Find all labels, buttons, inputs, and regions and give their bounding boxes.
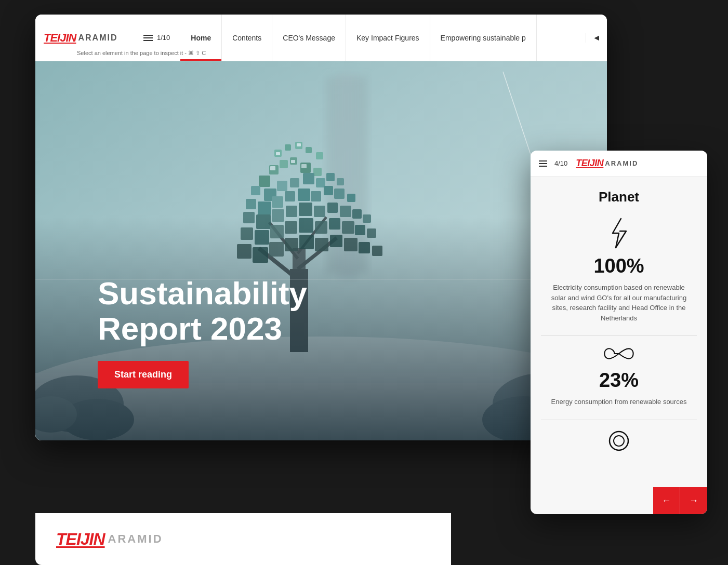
hero-title-line1: Sustainability xyxy=(98,275,307,311)
mobile-content: Planet 100% Electricity consumption base… xyxy=(531,177,707,509)
footer-logo-aramid: ARAMID xyxy=(108,532,163,546)
tab-key-impact[interactable]: Key Impact Figures xyxy=(346,15,430,61)
logo-aramid: ARAMID xyxy=(78,33,117,43)
navigation-arrows: ← → xyxy=(653,487,707,514)
divider-1 xyxy=(541,335,697,336)
svg-rect-18 xyxy=(259,176,270,187)
svg-rect-79 xyxy=(297,143,301,146)
stat-block-2: 23% Energy consumption from renewable so… xyxy=(541,344,697,407)
svg-rect-36 xyxy=(311,191,321,201)
leaf-icon xyxy=(606,428,631,453)
svg-rect-49 xyxy=(299,203,312,216)
svg-rect-41 xyxy=(285,144,291,151)
stat-desc-2: Energy consumption from renewable source… xyxy=(541,397,697,407)
stat-desc-1: Electricity consumption based on renewab… xyxy=(541,282,697,323)
footer-logo-teijin: TEIJIN xyxy=(56,530,105,549)
svg-rect-38 xyxy=(334,189,345,199)
main-content: Sustainability Report 2023 Start reading xyxy=(35,61,607,440)
svg-rect-75 xyxy=(270,166,275,170)
infinity-icon xyxy=(603,344,634,363)
mobile-logo-teijin: TEIJIN xyxy=(576,158,603,169)
mobile-page-indicator: 4/10 xyxy=(554,159,567,167)
tab-more-button[interactable]: ◄ xyxy=(586,33,607,43)
prev-arrow-button[interactable]: ← xyxy=(653,487,680,514)
hero-title: Sustainability Report 2023 xyxy=(98,276,307,346)
stat-block-3 xyxy=(541,428,697,460)
svg-rect-35 xyxy=(298,189,310,201)
browser-window: TEIJIN ARAMID 1/10 Home Contents CEO's M… xyxy=(35,15,607,440)
mobile-menu-icon[interactable] xyxy=(539,160,547,167)
next-arrow-button[interactable]: → xyxy=(680,487,707,514)
svg-rect-52 xyxy=(340,206,351,217)
hero-title-line2: Report 2023 xyxy=(98,311,282,346)
start-reading-button[interactable]: Start reading xyxy=(98,361,189,388)
panel-title: Planet xyxy=(541,189,697,205)
stat-block-1: 100% Electricity consumption based on re… xyxy=(541,218,697,323)
svg-rect-50 xyxy=(314,206,325,217)
svg-rect-22 xyxy=(313,168,322,176)
svg-rect-32 xyxy=(258,201,271,215)
divider-2 xyxy=(541,420,697,420)
svg-rect-25 xyxy=(277,181,287,191)
svg-rect-19 xyxy=(280,160,288,168)
inspect-hint: Select an element in the page to inspect… xyxy=(77,50,206,57)
menu-icon-button[interactable] xyxy=(139,31,157,45)
svg-point-84 xyxy=(614,436,624,446)
stat-value-1: 100% xyxy=(541,255,697,277)
svg-rect-43 xyxy=(306,147,312,153)
svg-rect-34 xyxy=(285,191,295,201)
tab-contents[interactable]: Contents xyxy=(222,15,272,61)
tab-ceo-message[interactable]: CEO's Message xyxy=(272,15,346,61)
mobile-panel: 4/10 TEIJIN ARAMID Planet 100% Electrici… xyxy=(531,151,707,514)
svg-rect-51 xyxy=(327,203,338,213)
svg-rect-76 xyxy=(291,160,295,163)
lightning-icon xyxy=(606,218,631,249)
svg-rect-28 xyxy=(316,178,325,187)
tab-empowering[interactable]: Empowering sustainable p xyxy=(430,15,537,61)
svg-rect-26 xyxy=(290,178,299,187)
svg-point-83 xyxy=(610,432,628,450)
svg-rect-29 xyxy=(326,173,335,181)
svg-rect-30 xyxy=(337,178,344,185)
svg-rect-78 xyxy=(276,152,280,155)
svg-rect-48 xyxy=(286,206,297,217)
browser-toolbar: TEIJIN ARAMID 1/10 Home Contents CEO's M… xyxy=(35,15,607,61)
page-indicator: 1/10 xyxy=(157,34,170,42)
svg-rect-33 xyxy=(272,196,283,208)
footer-bar: TEIJIN ARAMID xyxy=(35,513,451,565)
logo-area: TEIJIN ARAMID xyxy=(35,31,139,45)
mobile-logo-aramid: ARAMID xyxy=(605,159,638,167)
svg-rect-27 xyxy=(303,173,314,184)
svg-rect-37 xyxy=(324,186,333,195)
navigation-tabs: Home Contents CEO's Message Key Impact F… xyxy=(180,15,537,61)
hero-background: Sustainability Report 2023 Start reading xyxy=(35,61,607,440)
mobile-toolbar: 4/10 TEIJIN ARAMID xyxy=(531,151,707,177)
svg-rect-77 xyxy=(301,164,307,168)
svg-rect-31 xyxy=(246,199,256,209)
svg-rect-23 xyxy=(251,186,260,195)
stat-value-2: 23% xyxy=(541,369,697,392)
logo-teijin: TEIJIN xyxy=(44,31,76,45)
svg-rect-39 xyxy=(347,194,355,202)
svg-rect-44 xyxy=(316,152,323,159)
hero-text-area: Sustainability Report 2023 Start reading xyxy=(98,276,307,388)
